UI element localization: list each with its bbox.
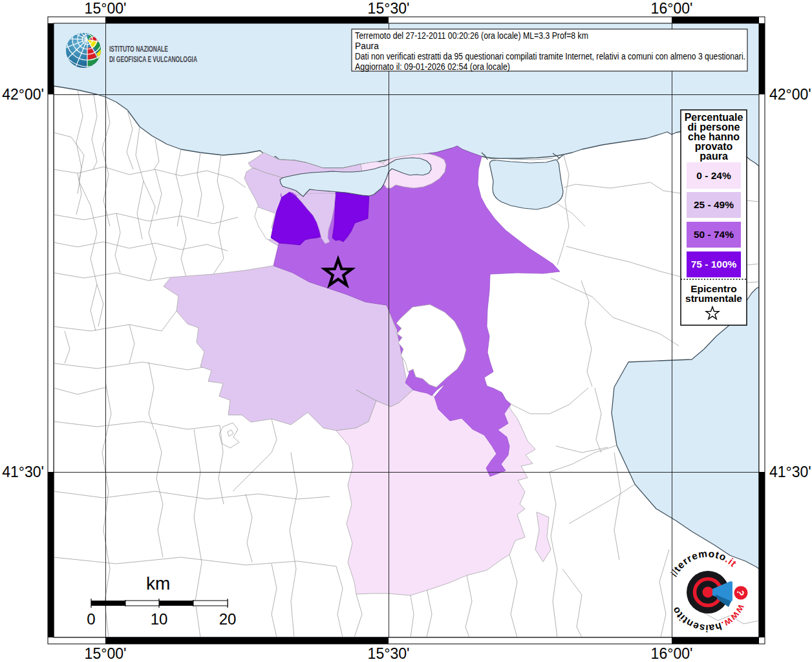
svg-text:Dati non verificati estratti d: Dati non verificati estratti da 95 quest… [355,52,745,61]
svg-text:25 - 49%: 25 - 49% [694,199,734,210]
svg-text:42°00': 42°00' [2,86,44,103]
svg-text:16°00': 16°00' [651,0,693,17]
svg-text:paura: paura [700,151,728,162]
svg-text:41°30': 41°30' [2,464,44,480]
svg-text:10: 10 [151,610,168,628]
svg-text:75 - 100%: 75 - 100% [691,259,737,270]
svg-text:Terremoto del 27-12-2011 00:20: Terremoto del 27-12-2011 00:20:26 (ora l… [355,31,588,41]
svg-text:20: 20 [219,610,237,628]
svg-text:0 - 24%: 0 - 24% [696,170,731,181]
svg-text:strumentale: strumentale [685,293,742,304]
svg-text:15°30': 15°30' [368,0,410,17]
svg-text:0: 0 [87,610,95,628]
svg-text:15°00': 15°00' [85,0,127,17]
svg-text:Aggiornato il: 09-01-2026 02:5: Aggiornato il: 09-01-2026 02:54 (ora loc… [355,62,510,72]
svg-text:DI GEOFISICA E VULCANOLOGIA: DI GEOFISICA E VULCANOLOGIA [109,54,197,64]
svg-text:41°30': 41°30' [769,464,811,480]
svg-text:Paura: Paura [355,41,379,51]
svg-text:15°30': 15°30' [368,645,410,662]
svg-text:15°00': 15°00' [85,645,127,662]
svg-text:16°00': 16°00' [651,645,693,662]
svg-text:42°00': 42°00' [769,86,811,103]
svg-text:50 - 74%: 50 - 74% [694,229,734,240]
svg-text:km: km [146,573,170,593]
svg-text:ISTITUTO NAZIONALE: ISTITUTO NAZIONALE [109,44,168,54]
